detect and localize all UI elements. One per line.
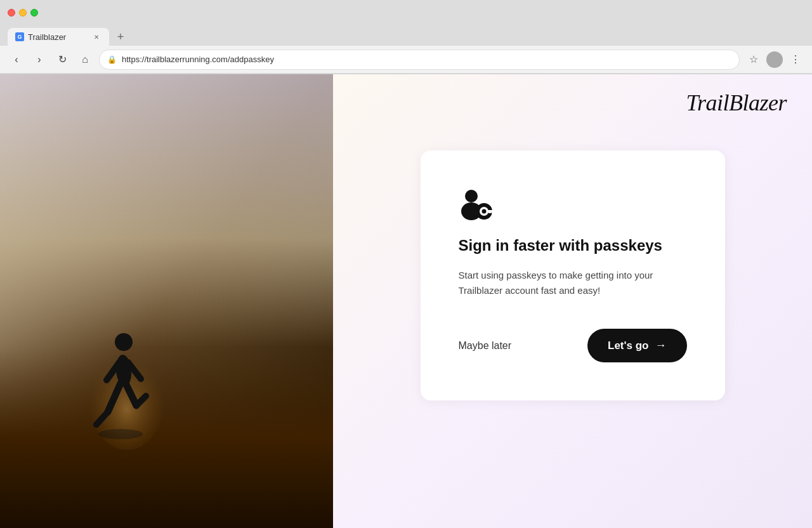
- card-description: Start using passkeys to make getting int…: [459, 268, 687, 298]
- active-tab[interactable]: G Trailblazer ✕: [8, 28, 109, 46]
- page-content: TrailBlazer: [0, 74, 812, 528]
- home-button[interactable]: ⌂: [76, 51, 94, 69]
- address-bar[interactable]: 🔒 https://trailblazerrunning.com/addpass…: [99, 50, 740, 70]
- maybe-later-button[interactable]: Maybe later: [459, 335, 512, 357]
- close-window-button[interactable]: [8, 9, 15, 16]
- svg-point-1: [115, 333, 133, 351]
- card-title: Sign in faster with passkeys: [459, 235, 687, 255]
- menu-button[interactable]: ⋮: [787, 51, 804, 69]
- svg-rect-16: [492, 210, 494, 214]
- brand-logo: TrailBlazer: [686, 89, 787, 116]
- lets-go-label: Let's go: [608, 340, 649, 352]
- tab-favicon: G: [15, 32, 24, 41]
- ground-overlay: [0, 347, 333, 528]
- maximize-window-button[interactable]: [30, 9, 38, 16]
- arrow-right-icon: →: [655, 339, 667, 352]
- browser-chrome: G Trailblazer ✕ + ‹ › ↻ ⌂ 🔒 https://trai…: [0, 0, 812, 74]
- svg-rect-17: [488, 210, 491, 213]
- traffic-lights: [8, 9, 38, 16]
- refresh-button[interactable]: ↻: [53, 51, 71, 69]
- lock-icon: 🔒: [107, 55, 117, 64]
- brand-logo-text: TrailBlazer: [686, 90, 787, 116]
- svg-point-9: [98, 429, 143, 439]
- forward-button[interactable]: ›: [30, 51, 48, 69]
- passkey-card: Sign in faster with passkeys Start using…: [421, 150, 725, 400]
- title-bar: [0, 0, 812, 25]
- profile-button[interactable]: [766, 51, 783, 68]
- card-actions: Maybe later Let's go →: [459, 329, 687, 362]
- tab-title: Trailblazer: [28, 32, 66, 42]
- right-panel: TrailBlazer: [333, 74, 812, 528]
- bookmark-button[interactable]: ☆: [745, 51, 763, 69]
- back-button[interactable]: ‹: [8, 51, 25, 69]
- svg-point-10: [465, 190, 478, 202]
- new-tab-button[interactable]: +: [112, 28, 129, 46]
- passkey-icon: [459, 188, 687, 220]
- sky-overlay: [0, 74, 333, 347]
- runner-illustration: [89, 323, 165, 465]
- svg-point-14: [481, 209, 486, 214]
- lets-go-button[interactable]: Let's go →: [587, 329, 687, 362]
- minimize-window-button[interactable]: [19, 9, 27, 16]
- hero-image-panel: [0, 74, 333, 528]
- tab-close-button[interactable]: ✕: [91, 32, 102, 42]
- nav-bar: ‹ › ↻ ⌂ 🔒 https://trailblazerrunning.com…: [0, 46, 812, 74]
- url-text: https://trailblazerrunning.com/addpasske…: [122, 55, 731, 64]
- nav-actions: ☆ ⋮: [745, 51, 804, 69]
- tab-bar: G Trailblazer ✕ +: [0, 25, 812, 46]
